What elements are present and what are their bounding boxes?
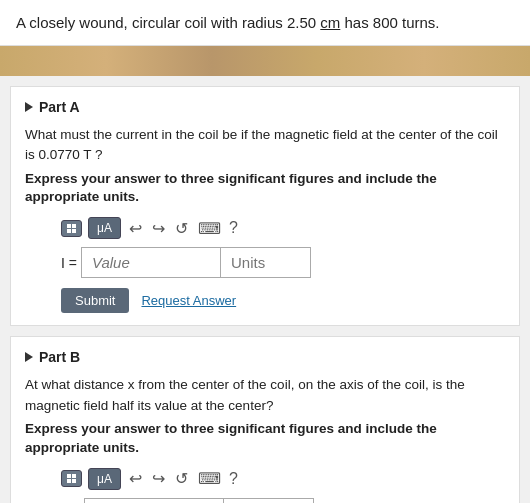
part-a-instruction: Express your answer to three significant… xyxy=(25,170,505,208)
refresh-button-a[interactable]: ↺ xyxy=(173,219,190,238)
header-text: A closely wound, circular coil with radi… xyxy=(16,14,320,31)
mu-a-button-b[interactable]: μA xyxy=(88,468,121,490)
refresh-button-b[interactable]: ↺ xyxy=(173,469,190,488)
value-input-b[interactable] xyxy=(84,498,224,503)
part-b-header: Part B xyxy=(25,349,505,365)
header-unit: cm xyxy=(320,14,340,31)
input-row-b: x = xyxy=(61,498,505,503)
decorative-bar xyxy=(0,46,530,76)
mu-a-button-a[interactable]: μA xyxy=(88,217,121,239)
grid-icon-button-b[interactable] xyxy=(61,470,82,487)
undo-button-b[interactable]: ↩ xyxy=(127,469,144,488)
help-icon-a[interactable]: ? xyxy=(229,219,238,237)
mu-a-label-b: μA xyxy=(97,472,112,486)
part-b-label: Part B xyxy=(39,349,80,365)
button-row-a: Submit Request Answer xyxy=(61,288,505,313)
request-answer-link-a[interactable]: Request Answer xyxy=(141,293,236,308)
part-a-label: Part A xyxy=(39,99,80,115)
input-label-a: I = xyxy=(61,255,77,271)
grid-icon-b xyxy=(67,474,76,483)
collapse-icon-a[interactable] xyxy=(25,102,33,112)
mu-a-label-a: μA xyxy=(97,221,112,235)
redo-button-a[interactable]: ↪ xyxy=(150,219,167,238)
value-input-a[interactable] xyxy=(81,247,221,278)
redo-button-b[interactable]: ↪ xyxy=(150,469,167,488)
header-text2: has 800 turns. xyxy=(340,14,439,31)
header-banner: A closely wound, circular coil with radi… xyxy=(0,0,530,46)
main-content: Part A What must the current in the coil… xyxy=(0,86,530,503)
undo-button-a[interactable]: ↩ xyxy=(127,219,144,238)
input-row-a: I = xyxy=(61,247,505,278)
collapse-icon-b[interactable] xyxy=(25,352,33,362)
help-icon-b[interactable]: ? xyxy=(229,470,238,488)
grid-icon-button-a[interactable] xyxy=(61,220,82,237)
part-b-section: Part B At what distance x from the cente… xyxy=(10,336,520,503)
submit-button-a[interactable]: Submit xyxy=(61,288,129,313)
toolbar-a: μA ↩ ↪ ↺ ⌨ ? xyxy=(61,217,505,239)
units-input-a[interactable] xyxy=(221,247,311,278)
keyboard-button-a[interactable]: ⌨ xyxy=(196,219,223,238)
units-input-b[interactable] xyxy=(224,498,314,503)
part-a-question: What must the current in the coil be if … xyxy=(25,125,505,166)
toolbar-b: μA ↩ ↪ ↺ ⌨ ? xyxy=(61,468,505,490)
grid-icon-a xyxy=(67,224,76,233)
part-a-header: Part A xyxy=(25,99,505,115)
part-a-section: Part A What must the current in the coil… xyxy=(10,86,520,326)
keyboard-button-b[interactable]: ⌨ xyxy=(196,469,223,488)
part-b-instruction: Express your answer to three significant… xyxy=(25,420,505,458)
part-b-question: At what distance x from the center of th… xyxy=(25,375,505,416)
